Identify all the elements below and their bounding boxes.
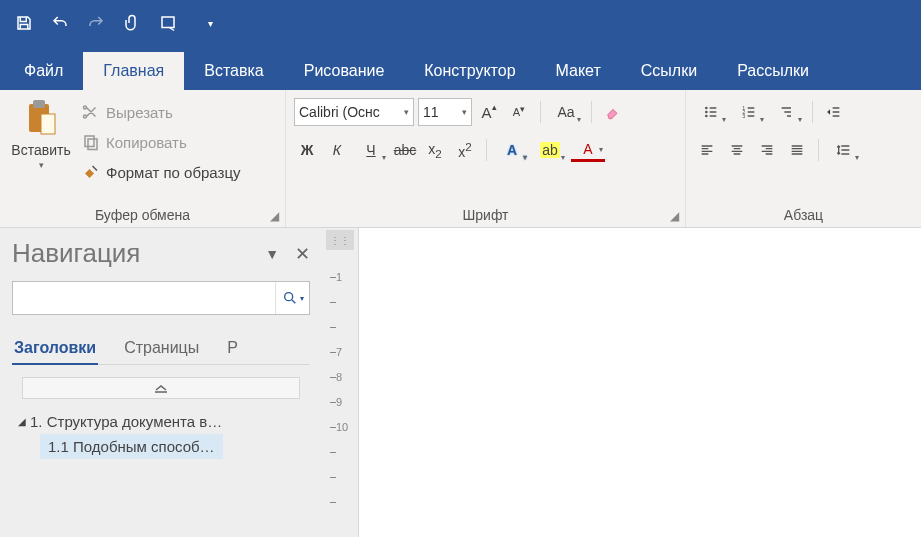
separator (540, 101, 541, 123)
font-size-value: 11 (423, 104, 439, 120)
nav-tab-pages[interactable]: Страницы (122, 333, 201, 364)
grow-font-button[interactable]: A▴ (476, 98, 502, 126)
group-clipboard-label: Буфер обмена (8, 203, 277, 225)
bold-icon: Ж (301, 142, 314, 158)
strikethrough-button[interactable]: abc (392, 136, 418, 164)
clear-formatting-button[interactable] (600, 98, 626, 126)
nav-heading-level2[interactable]: 1.1 Подобным способ… (40, 434, 223, 459)
svg-rect-5 (88, 139, 97, 150)
line-spacing-icon (836, 142, 852, 158)
qat-touchmouse-button[interactable] (152, 7, 184, 39)
vertical-ruler[interactable]: ⋮⋮ 1 7 8 9 10 (322, 228, 358, 537)
collapse-toggle-icon[interactable]: ◢ (18, 416, 26, 427)
tab-home[interactable]: Главная (83, 52, 184, 90)
qat-customize-button[interactable]: ▾ (200, 7, 220, 39)
underline-button[interactable]: Ч (354, 136, 388, 164)
svg-point-7 (705, 111, 708, 114)
qat-redo-button[interactable] (80, 7, 112, 39)
ribbon: Вставить ▾ Вырезать Копировать (0, 90, 921, 228)
tab-references[interactable]: Ссылки (621, 52, 717, 90)
text-effects-button[interactable]: A (495, 136, 529, 164)
numbering-icon: 123 (741, 104, 757, 120)
touch-mode-icon (159, 14, 177, 32)
align-justify-button[interactable] (784, 136, 810, 164)
multilevel-icon (779, 104, 795, 120)
format-painter-button[interactable]: Формат по образцу (82, 158, 241, 186)
decrease-indent-button[interactable] (821, 98, 847, 126)
tab-layout[interactable]: Макет (536, 52, 621, 90)
navigation-tabs: Заголовки Страницы Р (12, 333, 310, 365)
navigation-close-button[interactable]: ✕ (295, 243, 310, 265)
paste-label: Вставить (11, 142, 70, 158)
multilevel-list-button[interactable] (770, 98, 804, 126)
copy-label: Копировать (106, 134, 187, 151)
font-dialog-launcher[interactable]: ◢ (667, 209, 681, 223)
svg-point-8 (705, 115, 708, 118)
strikethrough-icon: abc (394, 142, 417, 158)
align-center-button[interactable] (724, 136, 750, 164)
tab-file[interactable]: Файл (4, 52, 83, 90)
clipboard-dialog-launcher[interactable]: ◢ (267, 209, 281, 223)
shrink-font-icon: A (513, 106, 520, 118)
bullets-button[interactable] (694, 98, 728, 126)
chevron-down-icon: ▾ (39, 160, 44, 170)
redo-icon (87, 14, 105, 32)
tab-design[interactable]: Конструктор (404, 52, 535, 90)
italic-button[interactable]: К (324, 136, 350, 164)
clipboard-paste-icon (23, 98, 59, 138)
tab-insert[interactable]: Вставка (184, 52, 283, 90)
font-name-select[interactable]: Calibri (Оснс ▾ (294, 98, 414, 126)
superscript-button[interactable]: x2 (452, 136, 478, 164)
qat-undo-button[interactable] (44, 7, 76, 39)
svg-rect-0 (162, 17, 174, 28)
align-right-icon (759, 142, 775, 158)
shrink-font-button[interactable]: A▾ (506, 98, 532, 126)
bold-button[interactable]: Ж (294, 136, 320, 164)
navigation-search-button[interactable]: ▾ (275, 282, 309, 314)
subscript-button[interactable]: x2 (422, 136, 448, 164)
save-icon (15, 14, 33, 32)
navigation-dropdown-button[interactable]: ▼ (265, 246, 279, 262)
align-center-icon (729, 142, 745, 158)
align-left-button[interactable] (694, 136, 720, 164)
font-size-select[interactable]: 11 ▾ (418, 98, 472, 126)
highlight-button[interactable]: ab (533, 136, 567, 164)
separator (812, 101, 813, 123)
eraser-icon (605, 104, 621, 120)
qat-attach-button[interactable] (116, 7, 148, 39)
navigation-search: ▾ (12, 281, 310, 315)
ruler-handle[interactable]: ⋮⋮ (326, 230, 354, 250)
group-font: Calibri (Оснс ▾ 11 ▾ A▴ A▾ Aa (286, 90, 686, 227)
group-paragraph: 123 (686, 90, 921, 227)
separator (486, 139, 487, 161)
align-right-button[interactable] (754, 136, 780, 164)
navigation-search-input[interactable] (13, 282, 275, 314)
format-painter-icon (82, 163, 100, 181)
document-canvas[interactable] (358, 228, 921, 537)
numbering-button[interactable]: 123 (732, 98, 766, 126)
copy-button[interactable]: Копировать (82, 128, 241, 156)
svg-rect-2 (33, 100, 45, 108)
ruler-number: 9 (336, 396, 342, 408)
line-spacing-button[interactable] (827, 136, 861, 164)
svg-rect-4 (85, 136, 94, 147)
cut-button[interactable]: Вырезать (82, 98, 241, 126)
nav-tab-results[interactable]: Р (225, 333, 240, 364)
superscript-icon: x2 (458, 140, 471, 160)
font-color-button[interactable]: A (571, 138, 605, 162)
chevron-down-icon: ▾ (462, 107, 467, 117)
paste-button[interactable]: Вставить ▾ (8, 94, 74, 174)
qat-save-button[interactable] (8, 7, 40, 39)
paperclip-icon (123, 14, 141, 32)
chevron-down-icon: ▾ (404, 107, 409, 117)
highlight-icon: ab (540, 142, 560, 158)
nav-heading-level1[interactable]: ◢ 1. Структура документа в… (12, 409, 310, 434)
tab-mailings[interactable]: Рассылки (717, 52, 829, 90)
group-font-label: Шрифт (294, 203, 677, 225)
tab-draw[interactable]: Рисование (284, 52, 405, 90)
change-case-button[interactable]: Aa (549, 98, 583, 126)
navigation-collapse-all-button[interactable] (22, 377, 300, 399)
font-color-icon: A (583, 142, 592, 156)
nav-tab-headings[interactable]: Заголовки (12, 333, 98, 365)
scissors-icon (82, 103, 100, 121)
